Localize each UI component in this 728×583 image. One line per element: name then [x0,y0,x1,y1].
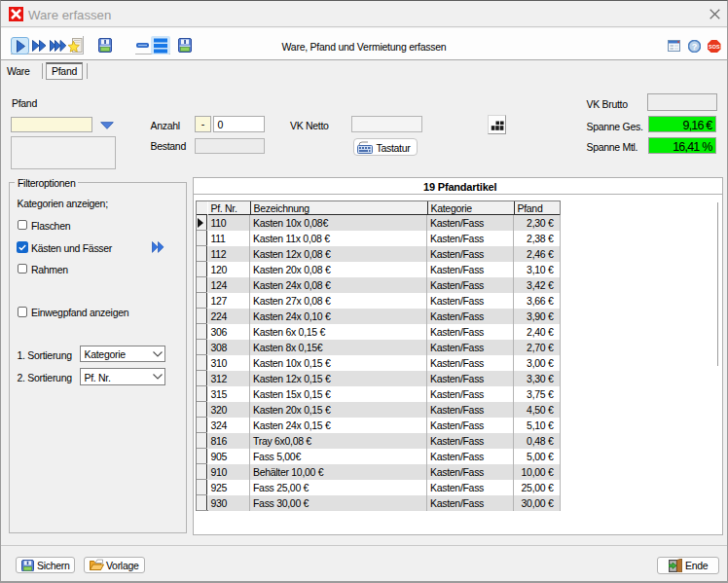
svg-text:SOS: SOS [709,44,720,50]
svg-text:?: ? [691,42,697,52]
